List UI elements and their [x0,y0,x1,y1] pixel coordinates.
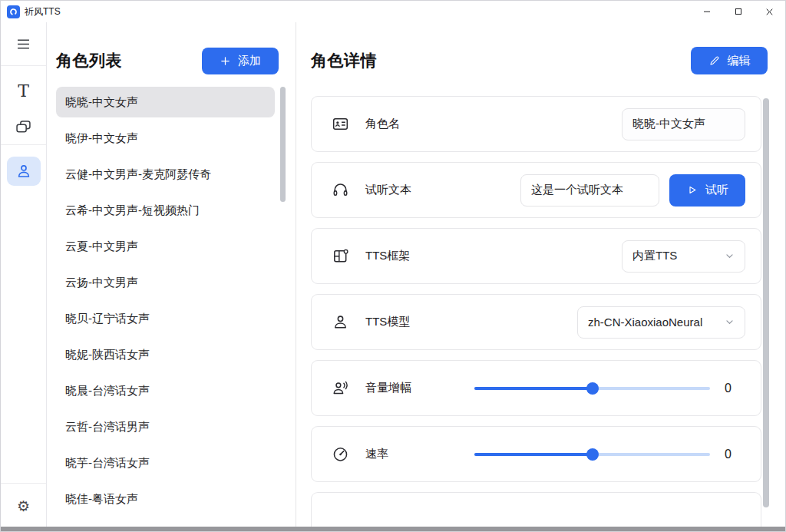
chat-icon [15,118,32,136]
pencil-icon [708,55,721,67]
role-details-title: 角色详情 [311,50,377,71]
gear-icon: ⚙ [17,497,30,515]
list-item[interactable]: 晓伊-中文女声 [56,123,275,154]
field-label: 试听文本 [365,183,411,197]
user-icon [15,163,32,180]
menu-icon [15,36,31,52]
close-button[interactable] [754,1,785,22]
sidebar-item-text[interactable]: T [1,74,47,109]
user-icon [331,313,349,332]
app-window: 祈风TTS T [0,0,786,532]
sidebar-rail: T ⚙ [1,22,47,528]
list-item[interactable]: 晓妮-陕西话女声 [56,339,275,370]
role-details-panel: 角色详情 编辑 [296,22,785,528]
text-tool-icon: T [18,83,29,100]
rail-divider [1,144,46,145]
sidebar-item-roles[interactable] [1,153,47,190]
window-bottom-edge [1,527,785,531]
id-card-icon [331,115,349,134]
maximize-button[interactable] [722,1,754,22]
field-label: 音量增幅 [365,381,411,395]
tts-model-value: zh-CN-XiaoxiaoNeural [588,316,702,329]
list-item[interactable]: 云希-中文男声-短视频热门 [56,195,275,226]
add-role-label: 添加 [238,54,261,68]
tts-framework-value: 内置TTS [632,249,677,263]
window-controls [691,1,785,22]
list-item[interactable]: 晓芋-台湾话女声 [56,448,275,478]
app-logo-icon [7,5,20,18]
slider-fill [474,453,593,456]
slider-thumb[interactable] [586,448,599,461]
list-item[interactable]: 晓佳-粤语女声 [56,484,275,514]
preview-text-input[interactable]: 这是一个试听文本 [520,174,659,207]
tts-framework-select[interactable]: 内置TTS [622,240,745,273]
edit-button[interactable]: 编辑 [691,47,768,74]
slider-fill [474,387,593,390]
minimize-icon [702,7,712,16]
menu-button[interactable] [1,22,47,65]
voice-icon [331,379,349,398]
tts-model-select[interactable]: zh-CN-XiaoxiaoNeural [577,306,745,339]
list-item[interactable]: 云夏-中文男声 [56,231,275,262]
list-item[interactable]: 晓晨-台湾话女声 [56,375,275,406]
rate-value: 0 [725,448,732,461]
role-list: 晓晓-中文女声 晓伊-中文女声 云健-中文男声-麦克阿瑟传奇 云希-中文男声-短… [56,87,296,514]
field-role-name: 角色名 晓晓-中文女声 [311,96,761,152]
chevron-down-icon [725,317,735,327]
list-item[interactable]: 晓晓-中文女声 [56,87,275,117]
role-name-input[interactable]: 晓晓-中文女声 [622,108,745,140]
list-item[interactable]: 云哲-台湾话男声 [56,411,275,442]
list-item[interactable]: 晓贝-辽宁话女声 [56,303,275,334]
frame-icon [331,247,349,266]
role-list-panel: 角色列表 添加 晓晓-中文女声 晓伊-中文女声 云健-中文男声-麦克阿瑟传奇 云… [47,22,296,528]
minimize-button[interactable] [691,1,722,22]
sidebar-item-chat[interactable] [1,109,47,144]
maximize-icon [734,7,743,16]
field-label: 速率 [365,447,388,461]
field-preview-text: 试听文本 这是一个试听文本 试听 [311,162,761,218]
active-indicator [7,157,41,186]
slider-thumb[interactable] [586,382,599,395]
edit-label: 编辑 [728,54,751,68]
field-next-partial [311,492,761,528]
settings-button[interactable]: ⚙ [1,484,47,528]
field-tts-model: TTS模型 zh-CN-XiaoxiaoNeural [311,294,761,350]
preview-play-label: 试听 [705,183,728,197]
rate-slider[interactable] [474,447,710,462]
close-icon [765,7,774,17]
field-label: TTS框架 [365,249,410,263]
role-list-title: 角色列表 [56,50,122,71]
field-volume-gain: 音量增幅 0 [311,360,761,416]
plus-icon [220,55,231,67]
titlebar: 祈风TTS [1,1,785,22]
gauge-icon [331,445,349,464]
rail-divider [1,65,46,66]
field-tts-framework: TTS框架 内置TTS [311,228,761,284]
role-list-scrollbar[interactable] [280,87,286,202]
field-label: 角色名 [365,117,400,131]
play-icon [686,184,698,196]
headphones-icon [331,181,349,200]
field-label: TTS模型 [365,315,410,329]
app-title: 祈风TTS [25,5,61,18]
list-item[interactable]: 云健-中文男声-麦克阿瑟传奇 [56,159,275,190]
field-rate: 速率 0 [311,426,761,482]
details-scrollbar[interactable] [763,98,769,507]
chevron-down-icon [725,251,735,261]
volume-gain-value: 0 [725,382,732,395]
list-item[interactable]: 云扬-中文男声 [56,267,275,298]
preview-play-button[interactable]: 试听 [669,174,745,207]
add-role-button[interactable]: 添加 [202,48,279,74]
volume-gain-slider[interactable] [474,381,710,396]
